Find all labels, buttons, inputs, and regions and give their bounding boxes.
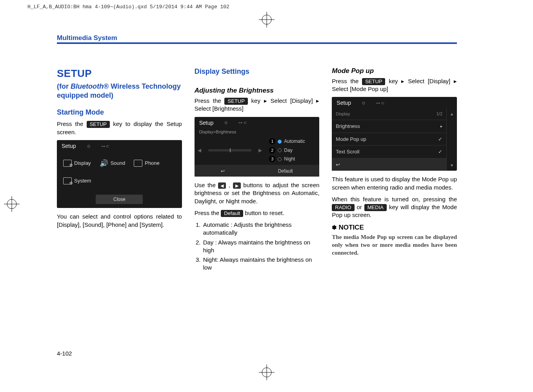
- phone-icon: [134, 160, 142, 167]
- brightness-screen: Setup ⊙ ⊶ ⊂ Display>Brightness ◀ ▶ 1Auto…: [195, 117, 320, 177]
- row-text-scroll[interactable]: Text Scroll ✓: [332, 145, 446, 158]
- speaker-icon: 🔊: [100, 159, 108, 168]
- slider-left-arrow[interactable]: ◀: [198, 147, 201, 153]
- asterisk-icon: ✽: [332, 224, 338, 231]
- right-arrow-icon: ▶: [233, 182, 241, 189]
- slider-right-arrow[interactable]: ▶: [258, 147, 262, 153]
- option-label: Night: [284, 156, 295, 162]
- phone-icon-button[interactable]: Phone: [134, 159, 160, 168]
- notice-body: The media Mode Pop up screen can be disp…: [332, 233, 457, 257]
- icon-label: Phone: [145, 160, 160, 167]
- text-fragment: Press the: [332, 78, 362, 84]
- mode-popup-description: This feature is used to display the Mode…: [332, 175, 457, 191]
- mode-popup-screen: Setup ⊙ ⊶ ⊂ Display 1/2 Brightness ▸ Mod…: [332, 97, 457, 171]
- page-indicator: 1/2: [437, 111, 442, 117]
- radio-off-icon: [278, 157, 282, 161]
- row-label: Text Scroll: [336, 148, 359, 155]
- close-button[interactable]: Close: [96, 195, 143, 204]
- notice-title-text: NOTICE: [339, 224, 364, 231]
- usb-icon: ⊶ ⊂: [376, 100, 384, 106]
- column-1: SETUP (for Bluetooth® Wireless Technolog…: [57, 67, 182, 274]
- icon-label: Sound: [111, 160, 126, 167]
- gear-icon: [63, 177, 72, 184]
- system-icon-button[interactable]: System: [63, 177, 91, 184]
- adjusting-brightness-heading: Adjusting the Brightness: [195, 86, 320, 95]
- brightness-slider[interactable]: [208, 149, 251, 151]
- subtitle-prefix: (for: [57, 82, 71, 90]
- screen-title: Setup: [62, 142, 76, 150]
- screen-titlebar: Setup ⊙ ⊶ ⊂: [195, 117, 320, 128]
- sound-icon-button[interactable]: 🔊 Sound: [100, 159, 126, 168]
- option-night[interactable]: 3Night: [269, 156, 316, 162]
- column-2: Display Settings Adjusting the Brightnes…: [195, 67, 320, 274]
- option-label: Day: [284, 148, 292, 153]
- row-label: Brightness: [336, 123, 360, 130]
- default-reset-text: Press the Default button to reset.: [195, 209, 320, 217]
- row-brightness[interactable]: Brightness ▸: [332, 120, 446, 133]
- text-fragment: button to reset.: [243, 210, 284, 216]
- usb-icon: ⊶ ⊂: [238, 120, 247, 126]
- mode-popup-heading: Mode Pop up: [332, 67, 457, 76]
- crop-mark-icon: [259, 12, 275, 27]
- starting-mode-text: Press the SETUP key to display the Setup…: [57, 120, 182, 136]
- back-button[interactable]: ↩: [336, 161, 340, 168]
- usb-icon: ⊶ ⊂: [101, 144, 109, 149]
- text-fragment: Press the: [57, 120, 87, 127]
- setup-heading: SETUP: [57, 67, 182, 80]
- scroll-up-icon[interactable]: ▴: [451, 111, 453, 117]
- default-button[interactable]: Default: [278, 168, 293, 174]
- setup-screen: Setup ⊙ ⊶ ⊂ Display 🔊 Sound Pho: [57, 140, 182, 208]
- option-automatic[interactable]: 1Automatic: [269, 138, 316, 144]
- check-icon: ✓: [438, 148, 442, 155]
- row-label: Mode Pop up: [336, 136, 366, 143]
- setup-subtitle: (for Bluetooth® Wireless Technology equi…: [57, 82, 182, 100]
- radio-on-icon: [278, 140, 282, 144]
- mode-popup-instruction: Press the SETUP key ▸ Select [Display] ▸…: [332, 77, 457, 93]
- back-button[interactable]: ↩: [221, 168, 225, 174]
- display-icon-button[interactable]: Display: [63, 159, 91, 168]
- mode-popup-keys: When this feature is turned on, pressing…: [332, 195, 457, 219]
- brightness-description: Use the ◀ , ▶ buttons to adjust the scre…: [195, 181, 320, 205]
- radio-key-chip: RADIO: [332, 204, 354, 211]
- row-mode-popup[interactable]: Mode Pop up ✓: [332, 133, 446, 146]
- breadcrumb: Display>Brightness: [195, 128, 320, 137]
- rec-icon: ⊙: [87, 144, 90, 149]
- media-key-chip: MEDIA: [364, 204, 387, 211]
- display-icon: [63, 160, 72, 167]
- text-fragment: Press the: [195, 97, 225, 104]
- screen-titlebar: Setup ⊙ ⊶ ⊂: [57, 140, 182, 151]
- bluetooth-word: Bluetooth: [71, 82, 104, 90]
- breadcrumb: Display: [336, 111, 350, 117]
- default-key-chip: Default: [221, 210, 243, 217]
- icon-label: Display: [74, 160, 91, 167]
- setup-key-chip: SETUP: [362, 78, 385, 85]
- icon-label: System: [74, 177, 91, 184]
- rec-icon: ⊙: [224, 120, 227, 126]
- crop-mark-icon: [4, 196, 20, 212]
- text-fragment: or: [355, 204, 364, 210]
- screen-titlebar: Setup ⊙ ⊶ ⊂: [332, 97, 457, 108]
- rec-icon: ⊙: [362, 100, 365, 106]
- registered-mark: ®: [104, 82, 109, 90]
- list-item: Night: Always maintains the brightness o…: [202, 256, 320, 272]
- file-header: H_LF_A,B_AUDIO:BH hma 4-109~(Audio).qxd …: [27, 4, 229, 10]
- screen-title: Setup: [199, 119, 214, 127]
- title-underline: [57, 42, 457, 44]
- scroll-down-icon[interactable]: ▾: [451, 162, 453, 168]
- section-title: Multimedia System: [57, 34, 117, 42]
- scrollbar[interactable]: ▴ ▾: [446, 108, 457, 171]
- chevron-right-icon: ▸: [440, 124, 442, 129]
- crop-mark-icon: [259, 365, 275, 380]
- text-fragment: ,: [226, 182, 233, 188]
- notice-heading: ✽ NOTICE: [332, 223, 457, 232]
- page-number: 4-102: [57, 350, 72, 357]
- text-fragment: Use the: [195, 182, 218, 188]
- text-fragment: When this feature is turned on, pressing…: [332, 196, 457, 202]
- list-item: Automatic : Adjusts the brightness autom…: [202, 221, 320, 237]
- column-3: Mode Pop up Press the SETUP key ▸ Select…: [332, 67, 457, 274]
- col1-description: You can select and control options relat…: [57, 213, 182, 229]
- text-fragment: Press the: [195, 210, 221, 216]
- option-day[interactable]: 2Day: [269, 147, 316, 153]
- option-label: Automatic: [284, 139, 305, 144]
- brightness-instruction: Press the SETUP key ▸ Select [Display] ▸…: [195, 97, 320, 113]
